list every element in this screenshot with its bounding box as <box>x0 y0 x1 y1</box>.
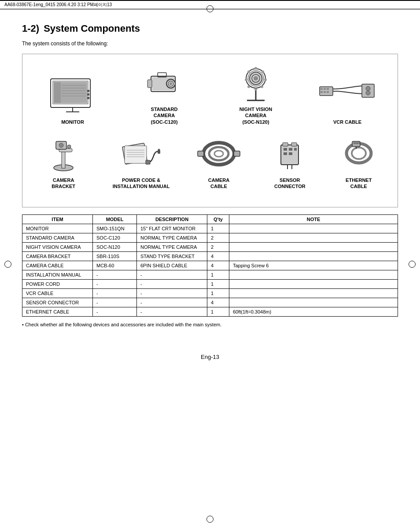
sensor-connector-icon <box>276 134 303 174</box>
component-camera-bracket: CAMERABRACKET <box>37 134 90 190</box>
svg-rect-74 <box>291 143 297 146</box>
col-header-note: NOTE <box>229 215 398 224</box>
camera-cable-icon <box>197 134 241 174</box>
sensor-connector-label: SENSORCONNECTOR <box>274 177 306 190</box>
right-registration-mark <box>409 261 416 268</box>
table-row: ETHERNET CABLE--160ft(1ft=0.3048m) <box>22 307 398 317</box>
cell-model: MCB-60 <box>93 261 137 270</box>
section-number: 1-2) <box>22 23 39 34</box>
header-text: AA68-03867E-1eng_0415 2006.4.20 3:12 PM페… <box>4 2 112 8</box>
svg-point-64 <box>214 151 223 157</box>
cell-description: - <box>137 289 207 298</box>
top-registration-mark <box>206 5 214 12</box>
table-row: SENSOR CONNECTOR--4 <box>22 298 398 307</box>
svg-point-32 <box>254 88 257 91</box>
component-ethernet-cable: ETHERNETCABLE <box>335 134 383 190</box>
cell-note <box>229 289 398 298</box>
svg-rect-82 <box>357 142 358 144</box>
components-table: ITEM MODEL DESCRIPTION Q'ty NOTE MONITOR… <box>22 214 398 317</box>
svg-rect-12 <box>87 93 89 96</box>
svg-rect-71 <box>284 152 287 155</box>
svg-point-34 <box>245 78 247 81</box>
svg-point-45 <box>366 91 370 95</box>
components-row-1: MONITOR <box>27 63 393 125</box>
table-row: STANDARD CAMERASOC-C120NORMAL TYPE CAMER… <box>22 233 398 243</box>
section-title: System Components <box>44 23 140 34</box>
left-registration-mark <box>4 261 11 268</box>
cell-note <box>229 243 398 252</box>
component-power-code: POWER CODE &INSTALLATION MANUAL <box>111 134 172 190</box>
component-vcr-cable: VCR CABLE <box>312 76 383 125</box>
component-sensor-connector: SENSORCONNECTOR <box>265 134 314 190</box>
cell-model: - <box>93 270 137 280</box>
svg-rect-65 <box>198 151 204 156</box>
camera-bracket-label: CAMERABRACKET <box>52 177 75 190</box>
cell-qty: 1 <box>207 307 229 317</box>
svg-rect-47 <box>62 151 65 168</box>
svg-rect-58 <box>158 150 160 154</box>
svg-point-29 <box>262 70 264 73</box>
cell-item: NIGHT VISION CAMERA <box>22 243 93 252</box>
component-night-vision-camera: NIGHT VISIONCAMERA(SOC-N120) <box>221 63 291 125</box>
svg-rect-72 <box>289 152 292 155</box>
cell-item: CAMERA CABLE <box>22 261 93 270</box>
svg-rect-68 <box>284 148 287 151</box>
cell-model: SOC-C120 <box>93 233 137 243</box>
cell-description: - <box>137 280 207 289</box>
svg-point-30 <box>264 78 267 81</box>
cell-note <box>229 233 398 243</box>
cell-qty: 1 <box>207 280 229 289</box>
svg-point-18 <box>169 82 172 85</box>
cell-note <box>229 280 398 289</box>
cell-item: ETHERNET CABLE <box>22 307 93 317</box>
svg-rect-37 <box>321 88 323 90</box>
cell-note <box>229 270 398 280</box>
svg-rect-38 <box>321 91 323 93</box>
cell-note: Tapping Screw 6 <box>229 261 398 270</box>
cell-qty: 1 <box>207 224 229 233</box>
components-box: MONITOR <box>22 54 398 207</box>
svg-point-51 <box>67 145 71 148</box>
svg-rect-40 <box>324 91 326 93</box>
night-vision-camera-label: NIGHT VISIONCAMERA(SOC-N120) <box>239 106 273 125</box>
col-header-item: ITEM <box>22 215 93 224</box>
cell-description: NORMAL TYPE CAMERA <box>137 243 207 252</box>
cell-description: - <box>137 298 207 307</box>
components-row-2: CAMERABRACKET <box>27 134 393 190</box>
cell-qty: 2 <box>207 243 229 252</box>
cell-item: SENSOR CONNECTOR <box>22 298 93 307</box>
table-row: POWER CORD--1 <box>22 280 398 289</box>
svg-point-31 <box>261 85 263 88</box>
component-monitor: MONITOR <box>37 76 108 125</box>
table-row: INSTALLATION MANUAL--1 <box>22 270 398 280</box>
svg-rect-83 <box>359 142 360 144</box>
svg-rect-20 <box>147 80 152 88</box>
cell-qty: 1 <box>207 289 229 298</box>
cell-item: VCR CABLE <box>22 289 93 298</box>
cell-description: 6PIN SHIELD CABLE <box>137 261 207 270</box>
cell-item: MONITOR <box>22 224 93 233</box>
cell-item: STANDARD CAMERA <box>22 233 93 243</box>
cell-description: STAND TYPE BRACKET <box>137 252 207 261</box>
cell-note <box>229 298 398 307</box>
svg-rect-69 <box>289 148 292 151</box>
cell-model: SBR-110S <box>93 252 137 261</box>
cell-note <box>229 252 398 261</box>
standard-camera-label: STANDARDCAMERA(SOC-C120) <box>151 106 177 125</box>
component-camera-cable: CAMERACABLE <box>192 134 245 190</box>
table-row: MONITORSMO-151QN15" FLAT CRT MONITOR1 <box>22 224 398 233</box>
footnote: • Check whether all the following device… <box>22 322 398 327</box>
camera-cable-label: CAMERACABLE <box>208 177 229 190</box>
svg-rect-66 <box>234 151 240 156</box>
cell-qty: 4 <box>207 261 229 270</box>
table-row: NIGHT VISION CAMERASOC-N120NORMAL TYPE C… <box>22 243 398 252</box>
svg-rect-73 <box>283 143 288 146</box>
cell-qty: 2 <box>207 233 229 243</box>
table-row: CAMERA CABLEMCB-606PIN SHIELD CABLE4Tapp… <box>22 261 398 270</box>
cell-model: - <box>93 280 137 289</box>
cell-description: 15" FLAT CRT MONITOR <box>137 224 207 233</box>
power-code-icon <box>122 134 161 174</box>
svg-rect-81 <box>355 142 357 144</box>
svg-point-44 <box>366 86 370 91</box>
col-header-qty: Q'ty <box>207 215 229 224</box>
